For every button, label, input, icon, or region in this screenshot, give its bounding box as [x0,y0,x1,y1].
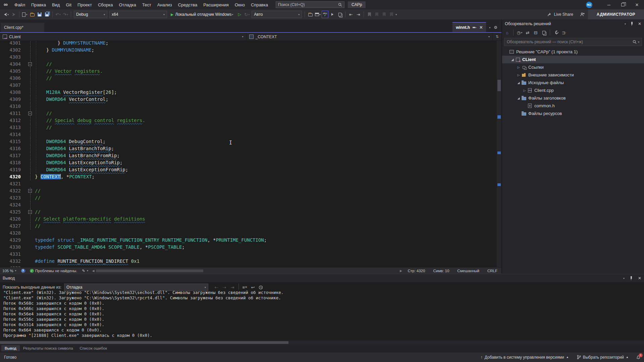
menu-файл[interactable]: Файл [11,1,28,9]
add-to-source-control-button[interactable]: ↑ Добавить в систему управления версиями… [477,352,573,362]
fold-margin[interactable]: − [26,208,35,216]
code-line-4314[interactable]: 4314 [0,131,497,138]
expanded-arrow-icon[interactable]: ◢ [510,58,515,61]
line-number[interactable]: 4326 [0,216,26,223]
line-number[interactable]: 4324 [0,201,26,208]
menu-вид[interactable]: Вид [49,1,63,9]
find-in-files-icon[interactable] [307,11,314,18]
select-repository-button[interactable]: Выбрать репозиторий ▲ [573,352,633,362]
collapsed-arrow-icon[interactable]: ▷ [522,89,527,92]
column-indicator[interactable]: Симв: 10 [429,269,453,273]
encoding-indicator[interactable]: Смешанный [453,269,483,273]
tree-item[interactable]: Файлы ресурсов [502,110,644,117]
line-number[interactable]: 4302 [0,47,26,54]
close-output-icon[interactable]: ✕ [638,276,641,281]
close-tab-icon[interactable]: ✕ [479,25,483,30]
collapsed-arrow-icon[interactable]: ▷ [516,66,521,69]
save-all-icon[interactable] [44,11,50,18]
edit-mode-pencil-icon[interactable]: ✎▾ [79,267,91,274]
hot-reload-icon[interactable]: ↻▾ [244,11,250,18]
line-number[interactable]: 4314 [0,131,26,138]
editor-horizontal-scrollbar[interactable]: ◀ ▶ [91,267,404,274]
new-file-icon[interactable]: ▾ [21,11,28,18]
line-number[interactable]: 4303 [0,54,26,61]
scroll-left-arrow[interactable]: ◀ [91,269,96,273]
live-share-button[interactable]: Live Share [544,12,576,17]
configuration-dropdown[interactable]: Debug ▾ [74,11,107,18]
expanded-arrow-icon[interactable]: ◢ [516,81,521,84]
scope-dropdown[interactable]: CLient ▾ [0,33,247,41]
code-line-4317[interactable]: 4317 DWORD64 LastBranchFromRip; [0,152,497,159]
line-number[interactable]: 4316 [0,145,26,152]
scroll-right-arrow[interactable]: ▶ [398,269,404,273]
copy-icon[interactable] [336,11,343,18]
toggle-bookmark-icon[interactable] [366,11,373,18]
line-number[interactable]: 4318 [0,159,26,166]
menu-расширения[interactable]: Расширения [200,1,232,9]
minimize-button[interactable]: ─ [602,0,616,9]
menu-средства[interactable]: Средства [175,1,201,9]
line-number[interactable]: 4319 [0,166,26,173]
close-button[interactable]: ✕ [630,0,644,9]
code-line-4305[interactable]: 4305 // Vector registers. [0,68,497,75]
code-line-4309[interactable]: 4309 DWORD64 VectorControl; [0,96,497,103]
bottom-tab-2[interactable]: Результаты поиска символа [20,345,76,351]
code-line-4320[interactable]: 4320} CONTEXT, *PCONTEXT; [0,173,497,180]
menu-git[interactable]: Git [63,1,74,9]
show-all-files-icon[interactable] [540,29,547,36]
chevron-down-icon[interactable]: ▾ [625,22,626,25]
hscroll-thumb[interactable] [96,269,203,272]
output-panel-header[interactable]: Вывод ▾ ✕ [0,274,644,282]
collapse-region-icon[interactable]: − [28,210,32,214]
line-number[interactable]: 4312 [0,117,26,124]
line-number[interactable]: 4305 [0,68,26,75]
toolbar-overflow-chevron[interactable]: ▾ [395,13,397,16]
line-number[interactable]: 4330 [0,244,26,251]
code-line-4333[interactable]: 4333 [0,265,497,267]
output-hscroll-thumb[interactable] [0,341,288,344]
line-number[interactable]: 4333 [0,265,26,267]
hscroll-track[interactable] [96,269,398,273]
editor-vertical-scrollbar[interactable] [497,41,501,267]
code-line-4324[interactable]: 4324 [0,201,497,208]
line-number[interactable]: 4301 [0,41,26,47]
quick-search-box[interactable]: Поиск (Ctrl+Q) [276,1,344,8]
redo-icon[interactable]: ↷▾ [62,11,69,18]
code-line-4327[interactable]: 4327// [0,223,497,230]
close-panel-icon[interactable]: ✕ [638,21,641,26]
fold-margin[interactable]: − [26,61,35,68]
solution-explorer-header[interactable]: Обозреватель решений ▾ ✕ [502,19,644,28]
preview-selected-items-icon[interactable]: ⊐· [561,29,568,36]
indent-icon[interactable]: ⇥ [355,11,362,18]
line-number[interactable]: 4309 [0,96,26,103]
code-line-4323[interactable]: 4323// [0,194,497,201]
menu-тест[interactable]: Тест [139,1,154,9]
bottom-tab-3[interactable]: Список ошибок [76,345,111,351]
next-bookmark-icon[interactable] [381,11,387,18]
eol-indicator[interactable]: CRLF [483,269,501,273]
save-icon[interactable] [36,11,43,18]
code-line-4321[interactable]: 4321 [0,180,497,187]
zoom-level-dropdown[interactable]: 105 % ▾ [0,267,19,274]
member-dropdown[interactable]: _CONTEXT ▾ [247,33,493,41]
scrollbar-thumb[interactable] [497,80,501,91]
administrator-badge[interactable]: АДМИНИСТРАТОР [588,9,644,19]
code-line-4331[interactable]: 4331 [0,251,497,258]
window-layout-icon[interactable]: ▾ [314,11,321,18]
menu-справка[interactable]: Справка [248,1,271,9]
maximize-button[interactable] [616,0,630,9]
clear-bookmarks-icon[interactable] [388,11,395,18]
tree-item[interactable]: ◢Исходные файлы [502,79,644,86]
code-line-4332[interactable]: 4332#define RUNTIME_FUNCTION_INDIRECT 0x… [0,258,497,265]
tab-winnt-h[interactable]: winnt.h ✕ [452,22,486,32]
chevron-down-icon[interactable]: ▾ [623,277,625,280]
menu-окно[interactable]: Окно [232,1,248,9]
line-number[interactable]: 4315 [0,138,26,145]
line-number[interactable]: 4311 [0,110,26,117]
tab-client-cpp[interactable]: Client.cpp* [1,23,44,32]
code-line-4326[interactable]: 4326// Select platform-specific definiti… [0,216,497,223]
code-line-4301[interactable]: 4301 } DUMMYSTRUCTNAME; [0,41,497,47]
tree-item[interactable]: common.h [502,102,644,110]
code-line-4318[interactable]: 4318 DWORD64 LastExceptionToRip; [0,159,497,166]
tree-item[interactable]: ▷++Client.cpp [502,86,644,94]
